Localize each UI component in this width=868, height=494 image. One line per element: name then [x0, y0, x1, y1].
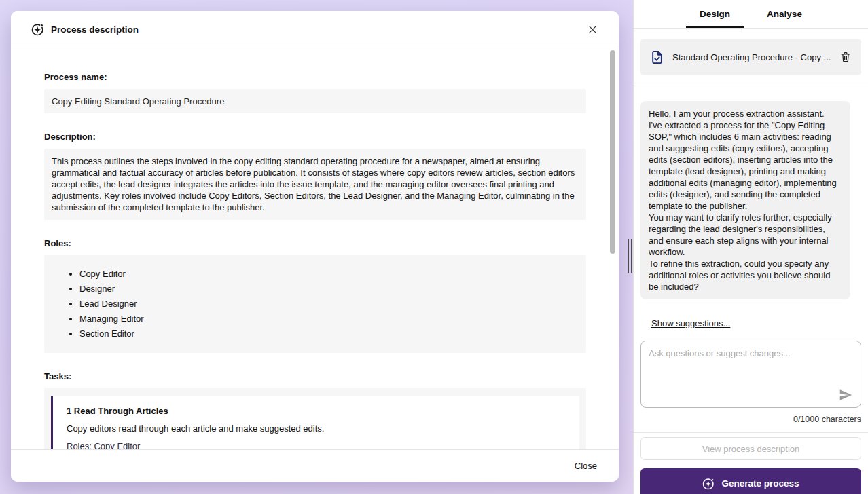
- side-panel: Design Analyse Standard Operating Proced…: [633, 0, 868, 494]
- show-suggestions-link[interactable]: Show suggestions...: [651, 318, 730, 328]
- trash-icon[interactable]: [839, 50, 852, 64]
- role-item: Section Editor: [79, 326, 579, 341]
- document-check-icon: [649, 50, 665, 65]
- process-description-modal: Process description Process name: Copy E…: [11, 11, 619, 482]
- artifact-card[interactable]: Standard Operating Procedure - Copy ...: [640, 39, 861, 75]
- roles-box: Copy Editor Designer Lead Designer Manag…: [44, 255, 586, 353]
- sparkle-circle-icon: [702, 477, 715, 490]
- generate-process-label: Generate process: [721, 478, 799, 489]
- task-description: Copy editors read through each article a…: [67, 423, 566, 434]
- task-card: 1 Read Through Articles Copy editors rea…: [51, 396, 579, 449]
- chat-input-wrap: [640, 341, 861, 411]
- tab-design[interactable]: Design: [686, 0, 744, 28]
- char-counter: 0/1000 characters: [640, 415, 861, 424]
- modal-header: Process description: [11, 11, 619, 48]
- modal-scrollbar[interactable]: [610, 50, 615, 254]
- roles-label: Roles:: [44, 238, 586, 248]
- panel-divider: [634, 432, 868, 433]
- panel-resize-handle[interactable]: [628, 239, 632, 273]
- process-name-label: Process name:: [44, 72, 586, 82]
- close-button[interactable]: Close: [575, 457, 597, 475]
- generate-process-button[interactable]: Generate process: [640, 468, 861, 494]
- panel-divider: [634, 83, 868, 83]
- role-item: Copy Editor: [79, 267, 579, 282]
- send-icon[interactable]: [838, 387, 853, 402]
- sparkle-circle-icon: [31, 22, 45, 36]
- role-item: Designer: [79, 282, 579, 297]
- tab-bar: Design Analyse: [634, 0, 868, 28]
- role-item: Lead Designer: [79, 297, 579, 311]
- task-roles: Roles: Copy Editor: [67, 441, 566, 449]
- chat-input[interactable]: [640, 341, 861, 408]
- task-title: 1 Read Through Articles: [67, 406, 566, 416]
- tab-analyse[interactable]: Analyse: [753, 0, 816, 28]
- modal-body: Process name: Copy Editing Standard Oper…: [11, 49, 619, 449]
- artifact-name: Standard Operating Procedure - Copy ...: [672, 52, 831, 62]
- view-process-description-button[interactable]: View process description: [640, 437, 861, 460]
- process-name-value: Copy Editing Standard Operating Procedur…: [44, 89, 586, 113]
- assistant-message: Hello, I am your process extraction assi…: [640, 101, 850, 299]
- tasks-box: 1 Read Through Articles Copy editors rea…: [44, 388, 586, 449]
- close-icon[interactable]: [583, 20, 601, 38]
- role-item: Managing Editor: [79, 311, 579, 326]
- description-value: This process outlines the steps involved…: [44, 149, 586, 220]
- modal-footer: Close: [11, 449, 619, 482]
- tasks-label: Tasks:: [44, 371, 586, 381]
- roles-list: Copy Editor Designer Lead Designer Manag…: [51, 267, 579, 341]
- modal-title: Process description: [51, 24, 139, 35]
- description-label: Description:: [44, 132, 586, 142]
